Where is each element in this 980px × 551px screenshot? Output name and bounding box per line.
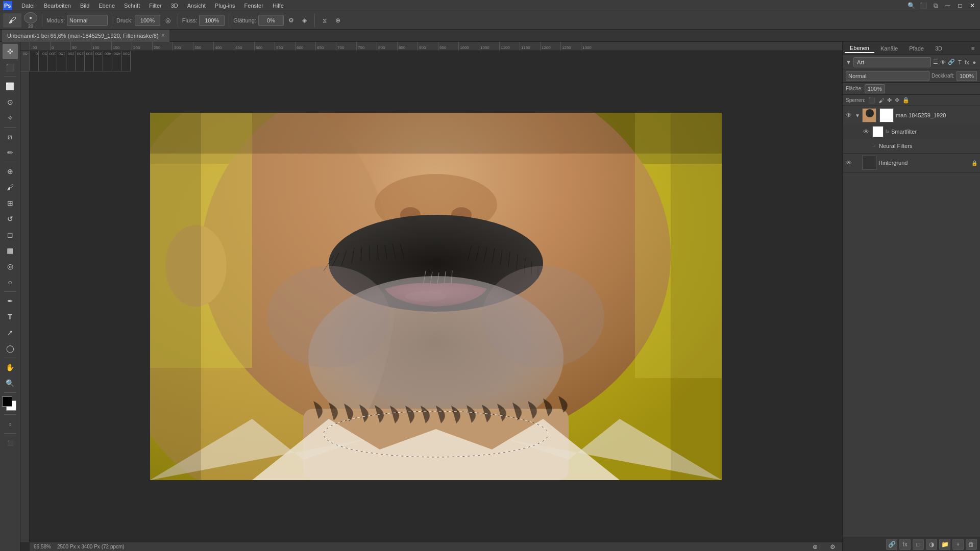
crop-tool[interactable]: ⧄: [3, 129, 18, 144]
link-filter-icon[interactable]: 🔗: [948, 57, 955, 67]
document-tab[interactable]: Unbenannt-1 bei 66,6% (man-1845259_1920,…: [2, 30, 170, 42]
status-info-icon[interactable]: ⊕: [810, 541, 821, 552]
toolbox: ✜ ⬛ ⬜ ⊙ ✧ ⧄ ✏ ⊕ 🖌 ⊞ ↺ ◻ ▦ ◎ ○ ✒ T ↗ ◯ ✋ …: [0, 42, 20, 551]
druck-input[interactable]: [135, 15, 160, 26]
lock-position-icon[interactable]: ✜: [895, 97, 899, 104]
add-adjustment-btn[interactable]: ◑: [926, 539, 937, 550]
tab-close-btn[interactable]: ×: [162, 33, 165, 38]
panel-menu-icon[interactable]: ≡: [968, 43, 978, 54]
layer-item-man[interactable]: 👁 ▼ man-1845259_1920: [843, 106, 980, 124]
artboard-tool[interactable]: ⬛: [3, 60, 18, 75]
pressure-icon[interactable]: ◎: [162, 15, 174, 26]
rectangle-select-tool[interactable]: ⬜: [3, 79, 18, 94]
layer-item-background[interactable]: 👁 Hintergrund 🔒: [843, 154, 980, 172]
layer-sublayer-neural[interactable]: → Neural Filters: [843, 139, 980, 153]
brush-preset-btn[interactable]: ●: [24, 12, 37, 23]
blur-tool[interactable]: ◎: [3, 259, 18, 274]
symmetry-icon[interactable]: ⧖: [319, 15, 330, 26]
canvas-container[interactable]: [30, 51, 842, 542]
extra-icon[interactable]: ⊕: [332, 15, 344, 26]
flache-input[interactable]: [865, 84, 885, 93]
pen-tool[interactable]: ✒: [3, 293, 18, 309]
menu-plugins[interactable]: Plug-ins: [211, 2, 239, 10]
settings-icon[interactable]: ⚙: [286, 15, 297, 26]
menu-bild[interactable]: Bild: [76, 2, 93, 10]
magic-wand-tool[interactable]: ✧: [3, 110, 18, 126]
blend-mode-dropdown[interactable]: Normal Multiplizieren Bildschirm: [67, 15, 108, 26]
smartfilter-thumbnail: [872, 126, 884, 137]
add-group-btn[interactable]: 📁: [939, 539, 950, 550]
lasso-tool[interactable]: ⊙: [3, 94, 18, 110]
filter-type-icon[interactable]: ▼: [846, 57, 851, 67]
menu-3d[interactable]: 3D: [167, 2, 182, 10]
heal-tool[interactable]: ⊕: [3, 164, 18, 179]
lock-paint-icon[interactable]: 🖌: [878, 97, 884, 104]
fluss-input[interactable]: [199, 15, 225, 26]
screen-mode-btn[interactable]: ⬛: [3, 435, 18, 450]
filter-icon[interactable]: ☰: [933, 57, 938, 67]
layer-search-input[interactable]: [853, 57, 931, 67]
eye-filter-icon[interactable]: 👁: [940, 57, 946, 67]
add-layer-btn[interactable]: +: [952, 539, 964, 550]
eyedropper-tool[interactable]: ✏: [3, 145, 18, 160]
menu-schrift[interactable]: Schrift: [120, 2, 144, 10]
canvas-image[interactable]: [150, 113, 722, 480]
ruler-tick: 0: [50, 42, 70, 51]
layer-sublayer-smartfilter[interactable]: 👁 fx Smartfilter: [843, 124, 980, 139]
effect-filter-icon[interactable]: fx: [964, 57, 969, 67]
menu-hilfe[interactable]: Hilfe: [268, 2, 288, 10]
menu-filter[interactable]: Filter: [145, 2, 165, 10]
lock-all-icon[interactable]: 🔒: [902, 97, 910, 104]
text-tool[interactable]: T: [3, 309, 18, 324]
menu-datei[interactable]: Datei: [17, 2, 39, 10]
tab-pfade[interactable]: Pfade: [904, 44, 929, 53]
expand-icon[interactable]: ▼: [855, 113, 860, 118]
share-icon[interactable]: ⬛: [918, 0, 929, 11]
path-select-tool[interactable]: ↗: [3, 325, 18, 340]
quick-mask-btn[interactable]: ○: [3, 416, 18, 432]
shape-tool[interactable]: ◯: [3, 341, 18, 356]
stamp-tool[interactable]: ⊞: [3, 195, 18, 211]
tab-ebenen[interactable]: Ebenen: [845, 44, 874, 53]
hand-tool[interactable]: ✋: [3, 360, 18, 375]
search-icon[interactable]: 🔍: [905, 0, 917, 11]
arrange-icon[interactable]: ⧉: [930, 0, 941, 11]
dodge-tool[interactable]: ○: [3, 274, 18, 290]
add-mask-btn[interactable]: □: [913, 539, 924, 550]
foreground-color-swatch[interactable]: [2, 396, 12, 407]
layer-lock-icon: [971, 112, 978, 119]
lock-transparent-icon[interactable]: ⬛: [868, 97, 875, 104]
bg-layer-visibility-toggle[interactable]: 👁: [845, 159, 853, 167]
tab-3d[interactable]: 3D: [930, 44, 947, 53]
move-tool[interactable]: ✜: [3, 44, 18, 59]
menu-ebene[interactable]: Ebene: [94, 2, 119, 10]
gradient-tool[interactable]: ▦: [3, 243, 18, 258]
deckkraft-input[interactable]: [957, 71, 977, 81]
link-layers-btn[interactable]: 🔗: [886, 539, 897, 550]
glattung-input[interactable]: [258, 15, 284, 26]
add-effect-btn[interactable]: fx: [899, 539, 911, 550]
delete-layer-btn[interactable]: 🗑: [966, 539, 977, 550]
status-settings-icon[interactable]: ⚙: [827, 541, 838, 552]
layer-blend-dropdown[interactable]: Normal Multiplizieren Bildschirm: [846, 71, 929, 81]
menu-fenster[interactable]: Fenster: [240, 2, 267, 10]
menu-ansicht[interactable]: Ansicht: [183, 2, 210, 10]
layer-visibility-toggle[interactable]: 👁: [845, 111, 853, 119]
lock-artboards-icon[interactable]: ✤: [887, 97, 892, 104]
color-filter-icon[interactable]: ●: [972, 57, 977, 67]
angle-icon[interactable]: ◈: [299, 15, 310, 26]
sublayer-visibility-toggle[interactable]: 👁: [862, 128, 870, 136]
text-filter-icon[interactable]: T: [957, 57, 962, 67]
window-close-icon[interactable]: ✕: [967, 0, 978, 11]
layer-mask-thumbnail: [879, 108, 894, 122]
zoom-tool[interactable]: 🔍: [3, 375, 18, 391]
brush-tool[interactable]: 🖌: [3, 180, 18, 195]
menu-bearbeiten[interactable]: Bearbeiten: [40, 2, 75, 10]
history-brush-tool[interactable]: ↺: [3, 211, 18, 227]
window-maximize-icon[interactable]: □: [954, 0, 966, 11]
ruler-tick: 700: [336, 42, 356, 51]
brush-tool-btn[interactable]: 🖌: [3, 13, 21, 28]
eraser-tool[interactable]: ◻: [3, 227, 18, 242]
tab-kanale[interactable]: Kanäle: [875, 44, 903, 53]
window-minimize-icon[interactable]: ─: [942, 0, 953, 11]
